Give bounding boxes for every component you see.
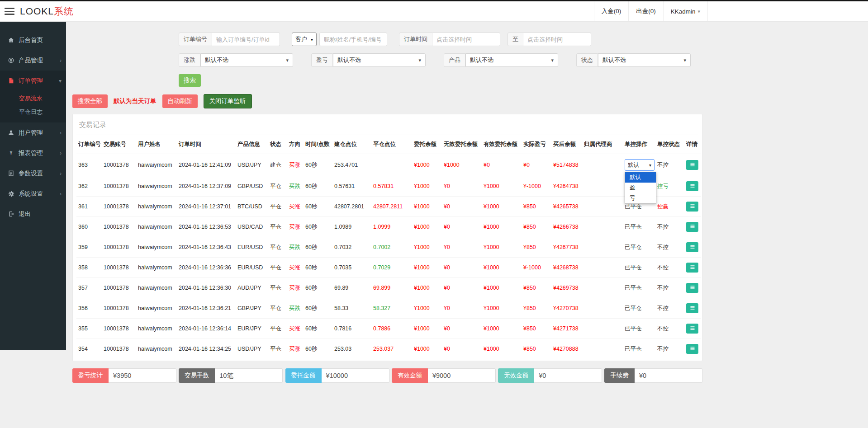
detail-button[interactable] xyxy=(686,222,698,232)
menu-toggle-icon[interactable] xyxy=(5,8,14,15)
detail-button[interactable] xyxy=(686,303,698,313)
cell-balance: ¥4270738 xyxy=(551,298,582,319)
cell-period: 60秒 xyxy=(304,197,332,217)
filter-select-3[interactable]: 默认不选▾ xyxy=(598,53,691,67)
control-select[interactable]: 默认▾默认盈亏 xyxy=(625,159,655,171)
product-icon: B xyxy=(8,57,14,63)
cell-entrust: ¥1000 xyxy=(412,176,442,197)
cell-account: 10001378 xyxy=(102,176,136,197)
cell-time: 2024-01-16 12:36:30 xyxy=(177,278,236,298)
detail-button[interactable] xyxy=(686,202,698,212)
cell-product: AUD/JPY xyxy=(236,278,268,298)
sidebar-item-user[interactable]: 用户管理› xyxy=(0,122,66,143)
cell-time: 2024-01-16 12:37:01 xyxy=(177,197,236,217)
cell-control: 已平仓 xyxy=(623,319,655,339)
summary-value-invalid-amount[interactable] xyxy=(534,368,602,383)
table-row: 35410001378haiwaiymcom2024-01-16 12:34:2… xyxy=(76,339,701,359)
sidebar-item-system[interactable]: 系统设置› xyxy=(0,183,66,204)
summary-value-valid-amount[interactable] xyxy=(428,368,496,383)
cell-invalid: ¥0 xyxy=(442,237,482,258)
filter-selects: 涨跌默认不选▾盈亏默认不选▾产品默认不选▾状态默认不选▾ xyxy=(179,53,691,67)
cell-agent xyxy=(582,237,623,258)
cell-name: haiwaiymcom xyxy=(136,237,177,258)
user-menu[interactable]: KKadmin ▾ xyxy=(663,1,708,21)
customer-type-select[interactable]: 客户 ▾ xyxy=(292,33,317,46)
filter-select-1[interactable]: 默认不选▾ xyxy=(333,53,426,67)
chevron-right-icon: › xyxy=(60,150,62,156)
cell-entrust: ¥1000 xyxy=(412,217,442,237)
withdraw-link[interactable]: 出金(0) xyxy=(628,1,663,21)
deposit-link[interactable]: 入金(0) xyxy=(594,1,629,21)
dropdown-option[interactable]: 盈 xyxy=(625,183,656,193)
cell-period: 60秒 xyxy=(304,217,332,237)
time-from-input[interactable] xyxy=(432,33,500,46)
sidebar-item-report[interactable]: ¥报表管理› xyxy=(0,143,66,163)
time-to-input[interactable] xyxy=(523,33,591,46)
column-header-agent: 归属代理商 xyxy=(582,135,623,154)
summary-value-entrust-amount[interactable] xyxy=(322,368,389,383)
sidebar-item-label: 后台首页 xyxy=(19,36,43,44)
sidebar-item-order[interactable]: 订单管理▾ xyxy=(0,71,66,91)
cell-time: 2024-01-16 12:36:53 xyxy=(177,217,236,237)
summary-group-fee: 手续费 xyxy=(604,368,702,383)
summary-value-profit-total[interactable] xyxy=(109,368,176,383)
search-button[interactable]: 搜索 xyxy=(179,74,201,87)
column-header-entrust: 委托余额 xyxy=(412,135,442,154)
list-icon xyxy=(690,224,695,230)
sidebar-subitem[interactable]: 交易流水 xyxy=(0,92,66,105)
filter-select-2[interactable]: 默认不选▾ xyxy=(465,53,558,67)
close-order-monitor-button[interactable]: 关闭订单监听 xyxy=(204,94,252,108)
cell-close: 253.037 xyxy=(371,339,412,359)
dropdown-option[interactable]: 亏 xyxy=(625,193,656,203)
column-header-profit: 实际盈亏 xyxy=(522,135,551,154)
cell-balance: ¥5174838 xyxy=(551,154,582,176)
cell-detail xyxy=(684,319,701,339)
sidebar-subitem[interactable]: 平仓日志 xyxy=(0,105,66,119)
detail-button[interactable] xyxy=(686,344,698,354)
filter-row-2: 涨跌默认不选▾盈亏默认不选▾产品默认不选▾状态默认不选▾ xyxy=(179,53,702,67)
order-no-input[interactable] xyxy=(212,33,280,46)
column-header-open: 建仓点位 xyxy=(332,135,371,154)
dropdown-option[interactable]: 默认 xyxy=(625,172,656,183)
column-header-state: 单控状态 xyxy=(655,135,684,154)
cell-entrust: ¥1000 xyxy=(412,278,442,298)
column-header-direction: 方向 xyxy=(287,135,304,154)
cell-control: 已平仓 xyxy=(623,258,655,278)
sidebar-item-params[interactable]: 参数设置› xyxy=(0,163,66,183)
column-header-status: 状态 xyxy=(268,135,287,154)
detail-button[interactable] xyxy=(686,181,698,191)
filter-select-0[interactable]: 默认不选▾ xyxy=(200,53,293,67)
sidebar-submenu: 交易流水平仓日志 xyxy=(0,91,66,122)
cell-product: EUR/USD xyxy=(236,258,268,278)
cell-time: 2024-01-16 12:36:36 xyxy=(177,258,236,278)
summary-value-trade-count[interactable] xyxy=(215,368,283,383)
sidebar-item-logout[interactable]: 退出 xyxy=(0,204,66,224)
orders-table-head-row: 订单编号交易账号用户姓名订单时间产品信息状态方向时间/点数建仓点位平仓点位委托余… xyxy=(76,135,701,154)
detail-button[interactable] xyxy=(686,263,698,273)
customer-input[interactable] xyxy=(319,33,387,46)
sidebar-item-product[interactable]: B产品管理› xyxy=(0,50,66,71)
chevron-down-icon: ▾ xyxy=(311,37,313,42)
detail-button[interactable] xyxy=(686,160,698,170)
cell-valid: ¥1000 xyxy=(482,298,522,319)
cell-profit: ¥850 xyxy=(522,339,551,359)
cell-open: 58.33 xyxy=(332,298,371,319)
summary-group-valid-amount: 有效金额 xyxy=(392,368,496,383)
cell-direction: 买涨 xyxy=(287,258,304,278)
order-icon xyxy=(8,78,14,84)
summary-badge-valid-amount: 有效金额 xyxy=(392,368,428,383)
sidebar-item-home[interactable]: 后台首页 xyxy=(0,30,66,50)
search-all-button[interactable]: 搜索全部 xyxy=(72,94,108,108)
table-row: 36310001378haiwaiymcom2024-01-16 12:41:0… xyxy=(76,154,701,176)
cell-open: 1.0989 xyxy=(332,217,371,237)
cell-valid: ¥1000 xyxy=(482,217,522,237)
detail-button[interactable] xyxy=(686,242,698,252)
filter-select-label: 盈亏 xyxy=(311,53,333,67)
filter-select-label: 产品 xyxy=(444,53,465,67)
auto-refresh-button[interactable]: 自动刷新 xyxy=(162,94,198,108)
summary-value-fee[interactable] xyxy=(635,368,702,383)
cell-open: 253.4701 xyxy=(332,154,371,176)
filter-select-group-3: 状态默认不选▾ xyxy=(576,53,691,67)
detail-button[interactable] xyxy=(686,283,698,293)
detail-button[interactable] xyxy=(686,324,698,334)
